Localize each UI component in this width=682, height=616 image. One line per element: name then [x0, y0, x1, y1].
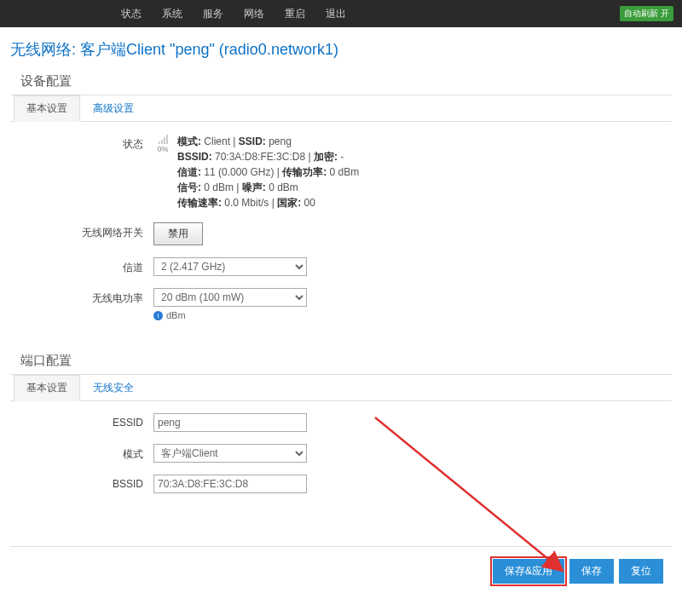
mode-val: Client [204, 135, 230, 147]
nav-services[interactable]: 服务 [193, 7, 234, 21]
top-nav: 状态 系统 服务 网络 重启 退出 自动刷新 开 [0, 0, 682, 27]
signal-percent: 0% [157, 145, 168, 153]
status-block: 0% 模式: Client | SSID: peng BSSID: [153, 134, 665, 210]
iface-section-title: 端口配置 [10, 349, 672, 375]
auto-refresh-badge[interactable]: 自动刷新 开 [620, 6, 673, 21]
txp-val: 0 dBm [330, 166, 360, 178]
nav-system[interactable]: 系统 [152, 7, 193, 21]
bssid-label-iface: BSSID [17, 475, 153, 490]
rate-val: 0.0 Mbit/s [224, 197, 269, 209]
mode-select[interactable]: 客户端Client [153, 444, 307, 463]
nav-status[interactable]: 状态 [111, 7, 152, 21]
wireless-switch-label: 无线网络开关 [17, 222, 153, 240]
txpower-hint: dBm [166, 310, 186, 320]
tab-iface-basic[interactable]: 基本设置 [14, 375, 80, 401]
txpower-label: 无线电功率 [17, 288, 153, 306]
reset-button[interactable]: 复位 [619, 559, 663, 584]
nav-network[interactable]: 网络 [234, 7, 275, 21]
ssid-key: SSID: [239, 135, 266, 147]
channel-label: 信道 [17, 257, 153, 275]
device-tabs: 基本设置 高级设置 [10, 95, 672, 122]
noise-key: 噪声: [242, 181, 266, 193]
page-title: 无线网络: 客户端Client "peng" (radio0.network1) [10, 39, 672, 60]
save-button[interactable]: 保存 [569, 559, 614, 584]
footer-actions: 保存&应用 保存 复位 [10, 556, 672, 590]
tab-device-basic[interactable]: 基本设置 [14, 95, 80, 122]
nav-reboot[interactable]: 重启 [275, 7, 315, 21]
essid-label: ESSID [17, 413, 153, 429]
bssid-val: 70:3A:D8:FE:3C:D8 [215, 151, 305, 163]
noise-val: 0 dBm [269, 181, 298, 193]
save-apply-button[interactable]: 保存&应用 [493, 559, 564, 584]
disable-button[interactable]: 禁用 [153, 222, 203, 245]
chan-val: 11 (0.000 GHz) [204, 166, 274, 178]
nav-logout[interactable]: 退出 [315, 7, 356, 21]
device-section-title: 设备配置 [10, 70, 672, 95]
mode-key: 模式: [177, 135, 201, 147]
ssid-val: peng [269, 135, 292, 147]
enc-val: - [340, 151, 344, 163]
tab-device-advanced[interactable]: 高级设置 [80, 95, 147, 122]
iface-tabs: 基本设置 无线安全 [10, 375, 672, 401]
rate-key: 传输速率: [177, 197, 222, 209]
status-label: 状态 [17, 134, 153, 152]
tab-iface-security[interactable]: 无线安全 [80, 375, 147, 401]
bssid-key: BSSID: [177, 151, 212, 163]
chan-key: 信道: [177, 166, 201, 178]
essid-input[interactable] [153, 413, 307, 432]
ctry-key: 国家: [277, 197, 301, 209]
bssid-input[interactable] [153, 475, 307, 493]
signal-icon: 0% [153, 134, 172, 153]
mode-label: 模式 [17, 444, 153, 462]
channel-select[interactable]: 2 (2.417 GHz) [153, 257, 307, 276]
txp-key: 传输功率: [282, 166, 327, 178]
sig-key: 信号: [177, 181, 201, 193]
sig-val: 0 dBm [204, 181, 234, 193]
txpower-select[interactable]: 20 dBm (100 mW) [153, 288, 307, 307]
ctry-val: 00 [304, 197, 315, 209]
info-icon: i [153, 311, 163, 320]
enc-key: 加密: [314, 151, 338, 163]
